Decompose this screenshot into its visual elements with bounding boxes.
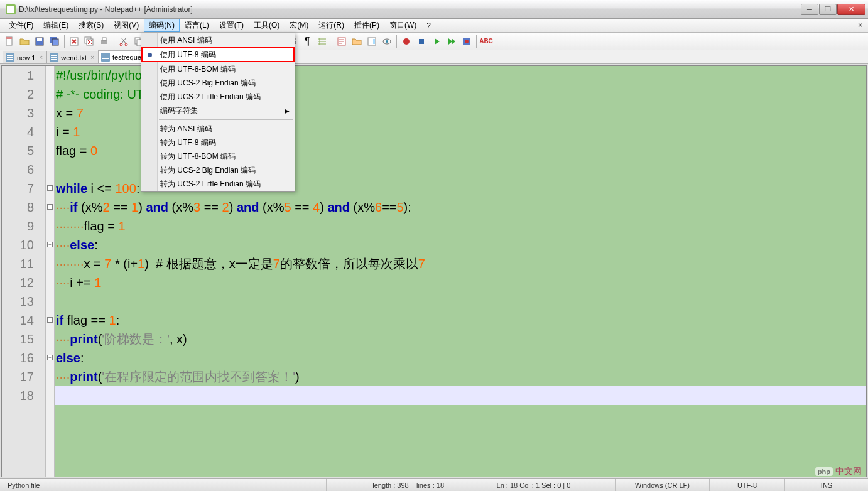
encoding-option[interactable]: 编码字符集▶	[141, 104, 295, 117]
encoding-option[interactable]: 转为 UTF-8-BOM 编码	[141, 149, 295, 163]
status-position: Ln : 18 Col : 1 Sel : 0 | 0	[452, 479, 616, 491]
watermark-brand: php	[815, 467, 833, 476]
document-close-icon[interactable]: ×	[858, 20, 863, 30]
close-all-button[interactable]	[82, 35, 96, 48]
fold-toggle[interactable]: −	[47, 185, 53, 191]
code-line[interactable]: ····print('阶梯数是：', x)	[55, 330, 866, 348]
print-button[interactable]	[97, 35, 111, 48]
encoding-option[interactable]: 使用 ANSI 编码	[141, 33, 295, 47]
code-line[interactable]: ····i += 1	[55, 273, 866, 292]
code-line[interactable]	[55, 292, 866, 311]
code-line[interactable]: if flag == 1:	[55, 311, 866, 330]
menu-文件f[interactable]: 文件(F)	[4, 19, 38, 32]
spellcheck-button[interactable]: ABC	[479, 35, 493, 48]
line-number: 8	[2, 198, 45, 217]
fold-toggle[interactable]: −	[47, 242, 53, 247]
status-eol[interactable]: Windows (CR LF)	[616, 479, 710, 491]
play-macro-button[interactable]	[430, 35, 443, 48]
maximize-button[interactable]: ❐	[819, 4, 837, 15]
encoding-option[interactable]: 转为 UCS-2 Little Endian 编码	[141, 177, 295, 191]
line-number: 15	[2, 330, 45, 348]
menu-工具o[interactable]: 工具(O)	[249, 19, 285, 32]
menu-编码n[interactable]: 编码(N)	[144, 19, 180, 32]
encoding-option[interactable]: 使用 UCS-2 Big Endian 编码	[141, 76, 295, 90]
menu-搜索s[interactable]: 搜索(S)	[73, 19, 109, 32]
menu-宏m[interactable]: 宏(M)	[285, 19, 313, 32]
function-list-button[interactable]	[335, 35, 349, 48]
line-number: 3	[2, 104, 45, 122]
save-macro-button[interactable]	[460, 35, 474, 48]
fold-toggle[interactable]: −	[47, 204, 53, 210]
cut-button[interactable]	[117, 35, 131, 48]
save-button[interactable]	[33, 35, 46, 48]
menu-插件p[interactable]: 插件(P)	[349, 19, 384, 32]
window-title: D:\txt\testrequestimg.py - Notepad++ [Ad…	[19, 5, 801, 14]
toolbar: ¶ ABC	[0, 33, 868, 50]
record-macro-button[interactable]	[399, 35, 413, 48]
line-number-gutter: 123456789101112131415161718	[2, 66, 46, 477]
show-all-chars-button[interactable]: ¶	[300, 35, 314, 48]
code-line[interactable]: else:	[55, 348, 866, 367]
code-line[interactable]: ····if (x%2 == 1) and (x%3 == 2) and (x%…	[55, 198, 866, 217]
encoding-option[interactable]: 转为 UTF-8 编码	[141, 136, 295, 149]
encoding-option[interactable]: 使用 UCS-2 Little Endian 编码	[141, 90, 295, 104]
status-lines: lines : 18	[416, 482, 444, 489]
tab-wend-txt[interactable]: wend.txt×	[46, 51, 99, 63]
fold-column[interactable]: −−−−−	[46, 66, 55, 477]
fold-toggle[interactable]: −	[47, 355, 53, 360]
tab-close-icon[interactable]: ×	[90, 54, 94, 61]
open-file-button[interactable]	[18, 35, 31, 48]
minimize-button[interactable]: ─	[801, 4, 818, 15]
line-number: 7	[2, 179, 45, 198]
new-file-button[interactable]	[3, 35, 16, 48]
indent-guide-button[interactable]	[315, 35, 329, 48]
svg-rect-9	[101, 40, 107, 44]
encoding-option[interactable]: 转为 UCS-2 Big Endian 编码	[141, 163, 295, 177]
menu-语言l[interactable]: 语言(L)	[180, 19, 214, 32]
encoding-option[interactable]: 转为 ANSI 编码	[141, 122, 295, 136]
fold-toggle[interactable]: −	[47, 317, 53, 323]
stop-macro-button[interactable]	[415, 35, 428, 48]
menu-设置t[interactable]: 设置(T)	[214, 19, 249, 32]
menu-窗口w[interactable]: 窗口(W)	[384, 19, 421, 32]
line-number: 6	[2, 160, 45, 179]
line-number: 1	[2, 66, 45, 85]
svg-rect-10	[102, 38, 106, 40]
submenu-arrow-icon: ▶	[285, 107, 290, 114]
line-number: 14	[2, 311, 45, 330]
code-line[interactable]: ····print('在程序限定的范围内找不到答案！')	[55, 367, 866, 386]
svg-rect-25	[373, 39, 375, 44]
radio-checked-icon	[148, 53, 152, 57]
menu-编辑e[interactable]: 编辑(E)	[38, 19, 73, 32]
encoding-option[interactable]: 使用 UTF-8-BOM 编码	[141, 62, 295, 76]
encoding-menu: 使用 ANSI 编码使用 UTF-8 编码使用 UTF-8-BOM 编码使用 U…	[141, 33, 295, 192]
monitoring-button[interactable]	[380, 35, 394, 48]
status-filetype: Python file	[0, 479, 327, 491]
code-line[interactable]	[55, 386, 866, 405]
tab-close-icon[interactable]: ×	[39, 54, 43, 61]
svg-point-28	[403, 38, 410, 45]
play-multi-button[interactable]	[445, 35, 458, 48]
svg-rect-1	[6, 37, 12, 39]
folder-as-workspace-button[interactable]	[350, 35, 364, 48]
status-mode[interactable]: INS	[785, 479, 868, 491]
tab-new-1[interactable]: new 1×	[3, 51, 47, 63]
svg-rect-3	[37, 38, 42, 41]
watermark: php 中文网	[815, 466, 862, 477]
svg-rect-5	[52, 39, 58, 45]
code-line[interactable]: ····else:	[55, 235, 866, 254]
code-line[interactable]: ········flag = 1	[55, 217, 866, 235]
encoding-option[interactable]: 使用 UTF-8 编码	[141, 47, 295, 62]
menu-视图v[interactable]: 视图(V)	[109, 19, 144, 32]
save-all-button[interactable]	[48, 35, 62, 48]
close-file-button[interactable]	[67, 35, 81, 48]
doc-map-button[interactable]	[365, 35, 379, 48]
statusbar: Python file length : 398 lines : 18 Ln :…	[0, 478, 868, 491]
code-line[interactable]: ········x = 7 * (i+1) # 根据题意，x一定是7的整数倍，所…	[55, 254, 866, 273]
menu-?[interactable]: ?	[421, 20, 436, 31]
status-encoding[interactable]: UTF-8	[710, 479, 785, 491]
line-number: 18	[2, 386, 45, 405]
menu-运行r[interactable]: 运行(R)	[313, 19, 349, 32]
close-button[interactable]: ✕	[837, 4, 865, 15]
app-icon	[6, 4, 16, 14]
